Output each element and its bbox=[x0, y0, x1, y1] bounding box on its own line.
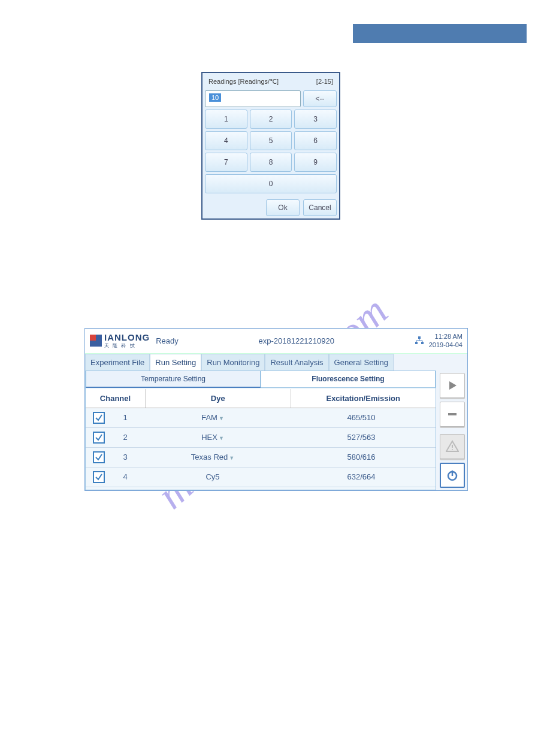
readings-value: 10 bbox=[209, 93, 221, 102]
excitation-emission-value: 580/616 bbox=[287, 453, 436, 462]
keypad-1[interactable]: 1 bbox=[205, 110, 247, 129]
svg-rect-2 bbox=[421, 342, 424, 344]
dye-select[interactable]: FAM▼ bbox=[138, 413, 287, 422]
readings-input[interactable]: 10 bbox=[205, 90, 301, 107]
svg-point-11 bbox=[452, 449, 453, 450]
tab-run-setting[interactable]: Run Setting bbox=[150, 354, 201, 371]
keypad-9[interactable]: 9 bbox=[294, 153, 337, 172]
play-button[interactable] bbox=[440, 373, 465, 398]
logo: IANLONG 天 隆 科 技 bbox=[90, 332, 150, 349]
tab-run-monitoring[interactable]: Run Monitoring bbox=[201, 354, 265, 371]
excitation-emission-value: 632/664 bbox=[287, 472, 436, 481]
cancel-button[interactable]: Cancel bbox=[303, 199, 337, 216]
page-header-banner bbox=[353, 24, 527, 43]
keypad-7[interactable]: 7 bbox=[205, 153, 247, 172]
dye-select[interactable]: Cy5 bbox=[138, 472, 287, 481]
stop-button[interactable] bbox=[440, 402, 465, 427]
svg-rect-1 bbox=[415, 342, 418, 344]
backspace-button[interactable]: <-- bbox=[303, 90, 337, 107]
warning-icon bbox=[446, 440, 459, 453]
minus-icon bbox=[447, 409, 458, 420]
table-row: 3Texas Red▼580/616 bbox=[86, 448, 436, 467]
app-window: IANLONG 天 隆 科 技 Ready exp-20181221210920… bbox=[84, 328, 468, 491]
channel-checkbox[interactable] bbox=[93, 471, 105, 483]
channel-number: 3 bbox=[112, 453, 138, 462]
readings-title-row: Readings [Readings/℃] [2-15] bbox=[205, 75, 337, 88]
channel-checkbox[interactable] bbox=[93, 432, 105, 444]
chevron-down-icon: ▼ bbox=[229, 455, 234, 461]
power-icon bbox=[446, 469, 459, 482]
col-excitation-emission: Excitation/Emission bbox=[291, 389, 436, 408]
tab-result-analysis[interactable]: Result Analysis bbox=[265, 354, 328, 371]
subtab-temperature[interactable]: Temperature Setting bbox=[86, 371, 261, 388]
svg-marker-7 bbox=[449, 381, 457, 390]
app-header: IANLONG 天 隆 科 技 Ready exp-20181221210920… bbox=[85, 329, 467, 354]
power-button[interactable] bbox=[440, 463, 465, 488]
keypad-6[interactable]: 6 bbox=[294, 131, 337, 150]
warning-button[interactable] bbox=[440, 434, 465, 459]
keypad-4[interactable]: 4 bbox=[205, 131, 247, 150]
tab-general-setting[interactable]: General Setting bbox=[329, 354, 394, 371]
time: 11:28 AM bbox=[429, 332, 463, 341]
excitation-emission-value: 465/510 bbox=[287, 413, 436, 422]
main-panel: Temperature Setting Fluorescence Setting… bbox=[85, 371, 436, 490]
col-channel: Channel bbox=[86, 389, 146, 408]
keypad-5[interactable]: 5 bbox=[250, 131, 292, 150]
keypad-3[interactable]: 3 bbox=[294, 110, 337, 129]
keypad-2[interactable]: 2 bbox=[250, 110, 292, 129]
dye-select[interactable]: HEX▼ bbox=[138, 433, 287, 442]
col-dye: Dye bbox=[146, 389, 291, 408]
tab-experiment-file[interactable]: Experiment File bbox=[85, 354, 150, 371]
keypad-8[interactable]: 8 bbox=[250, 153, 292, 172]
table-row: 2HEX▼527/563 bbox=[86, 428, 436, 448]
ok-button[interactable]: Ok bbox=[266, 199, 300, 216]
table-row: 4Cy5632/664 bbox=[86, 467, 436, 487]
svg-rect-8 bbox=[448, 413, 457, 415]
channel-number: 4 bbox=[112, 472, 138, 481]
keypad-0[interactable]: 0 bbox=[205, 174, 337, 193]
chevron-down-icon: ▼ bbox=[219, 435, 224, 441]
logo-text: IANLONG bbox=[104, 332, 150, 342]
table-row: 1FAM▼465/510 bbox=[86, 408, 436, 428]
channel-number: 1 bbox=[112, 413, 138, 422]
side-buttons bbox=[436, 371, 467, 490]
fluorescence-table: Channel Dye Excitation/Emission 1FAM▼465… bbox=[86, 389, 436, 487]
logo-subtitle: 天 隆 科 技 bbox=[104, 342, 150, 349]
experiment-name: exp-20181221210920 bbox=[179, 336, 415, 345]
channel-checkbox[interactable] bbox=[93, 412, 105, 424]
svg-rect-0 bbox=[418, 336, 421, 339]
dye-select[interactable]: Texas Red▼ bbox=[138, 453, 287, 462]
main-tabs: Experiment File Run Setting Run Monitori… bbox=[85, 354, 467, 371]
status-text: Ready bbox=[156, 336, 179, 345]
channel-checkbox[interactable] bbox=[93, 451, 105, 463]
channel-number: 2 bbox=[112, 433, 138, 442]
datetime: 11:28 AM 2019-04-04 bbox=[429, 332, 463, 350]
subtab-fluorescence[interactable]: Fluorescence Setting bbox=[261, 371, 436, 388]
readings-range: [2-15] bbox=[316, 78, 333, 86]
network-icon bbox=[415, 336, 424, 345]
date: 2019-04-04 bbox=[429, 341, 463, 349]
logo-icon bbox=[90, 335, 102, 347]
readings-dialog: Readings [Readings/℃] [2-15] 10 <-- 1 2 … bbox=[201, 72, 340, 220]
chevron-down-icon: ▼ bbox=[219, 415, 224, 421]
play-icon bbox=[447, 380, 458, 391]
excitation-emission-value: 527/563 bbox=[287, 433, 436, 442]
readings-title: Readings [Readings/℃] bbox=[208, 78, 279, 86]
